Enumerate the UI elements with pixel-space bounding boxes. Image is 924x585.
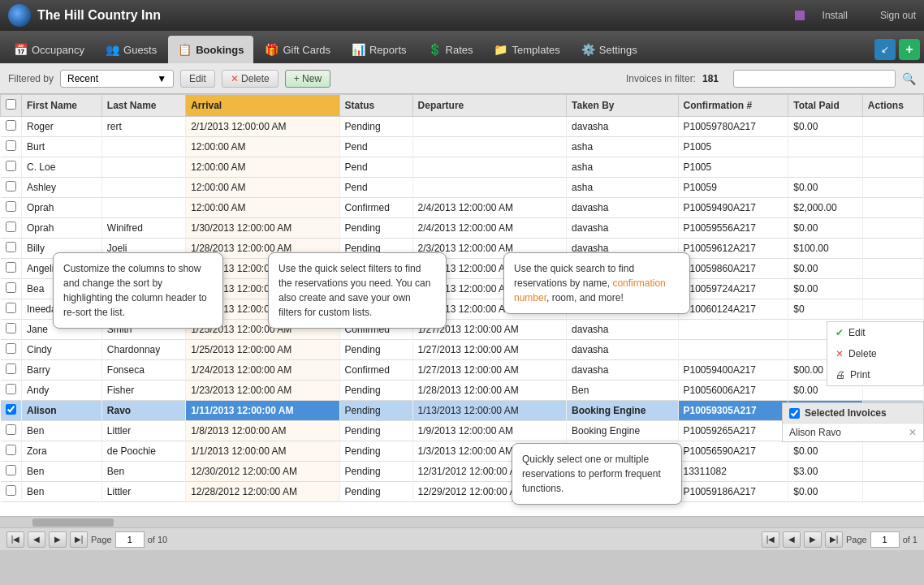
row-checkbox[interactable] <box>6 222 16 232</box>
row-checkbox[interactable] <box>6 485 16 496</box>
row-status: Pending <box>339 218 412 239</box>
row-checkbox-cell <box>1 259 22 279</box>
row-checkbox[interactable] <box>6 161 16 171</box>
row-first-name: Cindy <box>22 340 102 360</box>
row-checkbox[interactable] <box>6 140 16 151</box>
row-checkbox[interactable] <box>6 181 16 191</box>
r-next-page-button[interactable]: ▶ <box>804 531 822 548</box>
row-checkbox[interactable] <box>6 242 16 252</box>
nav-label-reports: Reports <box>369 44 407 56</box>
row-actions <box>862 259 923 279</box>
row-checkbox[interactable] <box>6 424 16 435</box>
checkbox-tooltip: Quickly select one or multiple reservati… <box>512 443 682 505</box>
status-col-header[interactable]: Status <box>339 95 412 117</box>
last-page-button[interactable]: ▶| <box>70 531 88 548</box>
nav-label-occupancy: Occupancy <box>32 44 84 56</box>
title-bar: The Hill Country Inn Install Sign out <box>0 0 924 31</box>
row-confirmation: P10059400A217 <box>678 360 788 381</box>
search-tooltip-post: , room, and more! <box>546 292 624 303</box>
row-checkbox[interactable] <box>6 282 16 293</box>
row-checkbox[interactable] <box>6 343 16 354</box>
nav-back-button[interactable]: ↙ <box>874 39 896 60</box>
arrival-col-header[interactable]: Arrival <box>186 95 339 117</box>
nav-item-settings[interactable]: ⚙️ Settings <box>572 36 647 63</box>
row-total-paid: $2,000.00 <box>788 198 863 218</box>
r-prev-page-button[interactable]: ◀ <box>783 531 801 548</box>
nav-item-rates[interactable]: 💲 Rates <box>418 36 483 63</box>
selected-panel-title: Selected Invoices <box>805 407 887 419</box>
new-button[interactable]: + New <box>285 70 330 88</box>
r-first-page-button[interactable]: |◀ <box>762 531 779 548</box>
selected-panel-checkbox[interactable] <box>789 408 800 419</box>
folder-icon: 📁 <box>494 43 507 56</box>
edit-button[interactable]: Edit <box>180 70 215 88</box>
search-input[interactable] <box>733 70 896 88</box>
row-checkbox[interactable] <box>6 465 16 475</box>
nav-add-button[interactable]: + <box>899 39 920 60</box>
row-checkbox-cell <box>1 279 22 299</box>
search-tooltip: Use the quick search to find reservation… <box>503 252 690 314</box>
calendar-icon: 📅 <box>14 43 28 56</box>
print-action-label: Print <box>850 369 870 381</box>
row-arrival: 1/8/2013 12:00:00 AM <box>186 421 339 441</box>
scroll-thumb[interactable] <box>32 518 114 527</box>
search-icon[interactable]: 🔍 <box>902 72 916 85</box>
row-checkbox-cell <box>1 218 22 239</box>
row-confirmation: P10059186A217 <box>678 482 788 502</box>
total-paid-col-header[interactable]: Total Paid <box>788 95 863 117</box>
install-button[interactable]: Install <box>823 10 848 21</box>
filter-dropdown[interactable]: Recent ▼ <box>60 70 174 88</box>
close-tag-icon[interactable]: ✕ <box>909 427 917 438</box>
nav-item-occupancy[interactable]: 📅 Occupancy <box>4 36 94 63</box>
print-action[interactable]: 🖨 Print <box>827 364 923 385</box>
table-row: Oprah Winifred 1/30/2013 12:00:00 AM Pen… <box>1 218 924 239</box>
row-last-name <box>101 198 185 218</box>
page-input[interactable] <box>115 531 145 548</box>
nav-item-guests[interactable]: 👥 Guests <box>96 36 166 63</box>
column-tooltip-text: Customize the columns to show and change… <box>63 263 207 318</box>
row-checkbox[interactable] <box>6 384 16 394</box>
row-first-name: Ben <box>22 482 102 502</box>
nav-bar: 📅 Occupancy 👥 Guests 📋 Bookings 🎁 Gift C… <box>0 31 924 63</box>
first-page-button[interactable]: |◀ <box>6 531 24 548</box>
row-checkbox[interactable] <box>6 363 16 374</box>
row-total-paid: $0.00 <box>788 441 863 462</box>
row-first-name: Ashley <box>22 178 102 198</box>
r-last-page-button[interactable]: ▶| <box>825 531 843 548</box>
horizontal-scrollbar[interactable] <box>0 516 924 527</box>
row-status: Pending <box>339 381 412 401</box>
row-checkbox-cell <box>1 340 22 360</box>
nav-item-giftcards[interactable]: 🎁 Gift Cards <box>255 36 340 63</box>
departure-col-header[interactable]: Departure <box>412 95 566 117</box>
taken-by-col-header[interactable]: Taken By <box>567 95 678 117</box>
column-tooltip: Customize the columns to show and change… <box>53 252 223 329</box>
prev-page-button[interactable]: ◀ <box>28 531 45 548</box>
row-checkbox[interactable] <box>6 303 16 313</box>
next-page-button[interactable]: ▶ <box>49 531 67 548</box>
confirmation-col-header[interactable]: Confirmation # <box>678 95 788 117</box>
row-last-name <box>101 157 185 178</box>
last-name-col-header[interactable]: Last Name <box>101 95 185 117</box>
selected-tag-name: Alison Ravo <box>789 427 841 438</box>
row-checkbox[interactable] <box>6 404 16 415</box>
row-checkbox[interactable] <box>6 323 16 333</box>
invoices-count: 181 <box>702 73 719 84</box>
nav-item-reports[interactable]: 📊 Reports <box>342 36 417 63</box>
row-checkbox[interactable] <box>6 445 16 455</box>
action-panel: ✔ Edit ✕ Delete 🖨 Print <box>827 321 924 386</box>
select-all-checkbox[interactable] <box>6 99 16 110</box>
signout-button[interactable]: Sign out <box>880 10 916 21</box>
nav-item-templates[interactable]: 📁 Templates <box>484 36 569 63</box>
row-first-name: Andy <box>22 381 102 401</box>
first-name-col-header[interactable]: First Name <box>22 95 102 117</box>
r-page-input[interactable] <box>870 531 900 548</box>
nav-item-bookings[interactable]: 📋 Bookings <box>168 36 253 63</box>
edit-action[interactable]: ✔ Edit <box>827 322 923 343</box>
delete-button[interactable]: ✕ Delete <box>222 70 278 88</box>
row-checkbox[interactable] <box>6 262 16 273</box>
row-checkbox[interactable] <box>6 201 16 212</box>
row-confirmation: P10056006A217 <box>678 381 788 401</box>
row-checkbox[interactable] <box>6 120 16 131</box>
row-last-name: Littler <box>101 421 185 441</box>
delete-action[interactable]: ✕ Delete <box>827 343 923 364</box>
